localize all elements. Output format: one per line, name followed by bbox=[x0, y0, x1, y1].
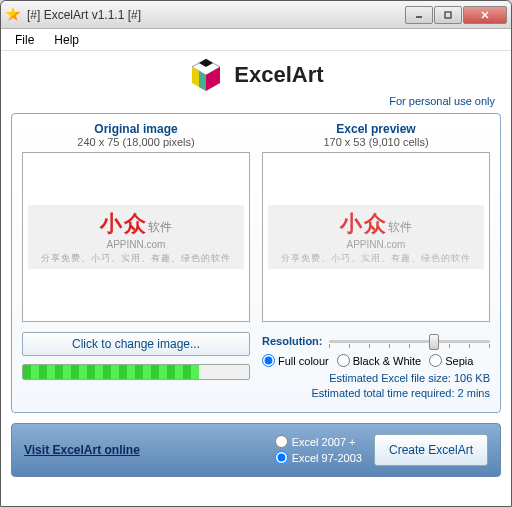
menubar: File Help bbox=[1, 29, 511, 51]
window-buttons bbox=[405, 6, 507, 24]
excel-dimensions: 170 x 53 (9,010 cells) bbox=[262, 136, 490, 148]
footer-panel: Visit ExcelArt online Excel 2007 + Excel… bbox=[11, 423, 501, 477]
preview-row: Original image 240 x 75 (18,000 pixels) … bbox=[22, 122, 490, 322]
slider-thumb[interactable] bbox=[429, 334, 439, 350]
estimated-time: Estimated total time required: 2 mins bbox=[262, 386, 490, 401]
svg-rect-1 bbox=[445, 12, 451, 18]
original-image: 小 众 软件 APPINN.com 分享免费、小巧、实用、有趣、绿色的软件 bbox=[28, 205, 245, 269]
menu-file[interactable]: File bbox=[7, 31, 42, 49]
progress-bar bbox=[22, 364, 250, 380]
sample-gray: 软件 bbox=[148, 219, 172, 236]
window-title: [#] ExcelArt v1.1.1 [#] bbox=[27, 8, 405, 22]
controls-row: Click to change image... Resolution: Ful… bbox=[22, 332, 490, 402]
app-title: ExcelArt bbox=[234, 62, 323, 88]
minimize-button[interactable] bbox=[405, 6, 433, 24]
app-star-icon bbox=[5, 7, 21, 23]
sample-gray-b: 软件 bbox=[388, 219, 412, 236]
excel-column: Excel preview 170 x 53 (9,010 cells) 小 众… bbox=[262, 122, 490, 322]
maximize-button[interactable] bbox=[434, 6, 462, 24]
radio-full-colour[interactable]: Full colour bbox=[262, 354, 329, 367]
excel-version-radios: Excel 2007 + Excel 97-2003 bbox=[275, 435, 362, 464]
radio-sepia[interactable]: Sepia bbox=[429, 354, 473, 367]
sample-tagline: 分享免费、小巧、实用、有趣、绿色的软件 bbox=[41, 252, 231, 265]
color-mode-radios: Full colour Black & White Sepia bbox=[262, 354, 490, 367]
sample-char2-b: 众 bbox=[364, 209, 386, 239]
sample-domain: APPINN.com bbox=[107, 239, 166, 250]
estimated-size: Estimated Excel file size: 106 KB bbox=[262, 371, 490, 386]
original-title: Original image bbox=[22, 122, 250, 136]
create-excelart-button[interactable]: Create ExcelArt bbox=[374, 434, 488, 466]
sample-char1-b: 小 bbox=[340, 209, 362, 239]
progress-fill bbox=[23, 365, 199, 379]
close-button[interactable] bbox=[463, 6, 507, 24]
original-column: Original image 240 x 75 (18,000 pixels) … bbox=[22, 122, 250, 322]
main-panel: Original image 240 x 75 (18,000 pixels) … bbox=[11, 113, 501, 413]
excel-title: Excel preview bbox=[262, 122, 490, 136]
sample-tagline-b: 分享免费、小巧、实用、有趣、绿色的软件 bbox=[281, 252, 471, 265]
resolution-slider[interactable] bbox=[329, 332, 491, 350]
menu-help[interactable]: Help bbox=[46, 31, 87, 49]
app-header: ExcelArt bbox=[1, 51, 511, 95]
right-controls: Resolution: Full colour Black & White Se… bbox=[262, 332, 490, 402]
app-window: [#] ExcelArt v1.1.1 [#] File Help ExcelA… bbox=[0, 0, 512, 507]
radio-black-white[interactable]: Black & White bbox=[337, 354, 421, 367]
radio-excel-2007[interactable]: Excel 2007 + bbox=[275, 435, 362, 448]
resolution-label: Resolution: bbox=[262, 335, 323, 347]
left-controls: Click to change image... bbox=[22, 332, 250, 380]
titlebar: [#] ExcelArt v1.1.1 [#] bbox=[1, 1, 511, 29]
radio-excel-97[interactable]: Excel 97-2003 bbox=[275, 451, 362, 464]
original-dimensions: 240 x 75 (18,000 pixels) bbox=[22, 136, 250, 148]
excel-preview-box: 小 众 软件 APPINN.com 分享免费、小巧、实用、有趣、绿色的软件 bbox=[262, 152, 490, 322]
sample-char1: 小 bbox=[100, 209, 122, 239]
sample-char2: 众 bbox=[124, 209, 146, 239]
change-image-button[interactable]: Click to change image... bbox=[22, 332, 250, 356]
original-preview-box: 小 众 软件 APPINN.com 分享免费、小巧、实用、有趣、绿色的软件 bbox=[22, 152, 250, 322]
logo-cube-icon bbox=[188, 57, 224, 93]
sample-domain-b: APPINN.com bbox=[347, 239, 406, 250]
visit-link[interactable]: Visit ExcelArt online bbox=[24, 443, 275, 457]
personal-use-label: For personal use only bbox=[1, 95, 511, 113]
excel-preview-image: 小 众 软件 APPINN.com 分享免费、小巧、实用、有趣、绿色的软件 bbox=[268, 205, 485, 269]
